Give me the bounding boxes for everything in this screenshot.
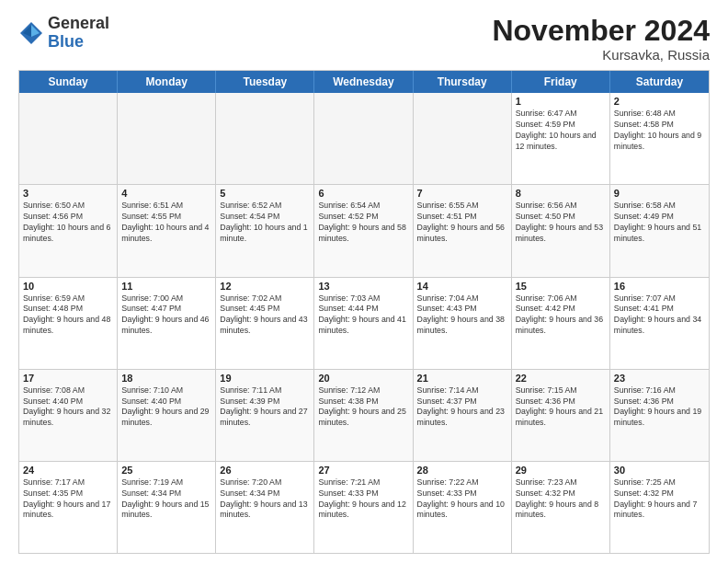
day-cell-10: 10Sunrise: 6:59 AM Sunset: 4:48 PM Dayli… xyxy=(19,278,118,369)
day-number: 16 xyxy=(614,281,705,292)
day-info: Sunrise: 6:51 AM Sunset: 4:55 PM Dayligh… xyxy=(121,201,211,245)
logo-blue-text: Blue xyxy=(48,33,109,52)
day-number: 15 xyxy=(516,281,606,292)
day-number: 1 xyxy=(516,96,606,107)
day-number: 4 xyxy=(121,188,211,199)
day-cell-28: 28Sunrise: 7:22 AM Sunset: 4:33 PM Dayli… xyxy=(414,462,512,553)
day-cell-26: 26Sunrise: 7:20 AM Sunset: 4:34 PM Dayli… xyxy=(216,462,314,553)
day-info: Sunrise: 7:04 AM Sunset: 4:43 PM Dayligh… xyxy=(417,293,507,338)
day-cell-empty xyxy=(314,93,413,184)
day-cell-15: 15Sunrise: 7:06 AM Sunset: 4:42 PM Dayli… xyxy=(512,278,610,369)
day-info: Sunrise: 7:21 AM Sunset: 4:33 PM Dayligh… xyxy=(318,477,408,522)
day-cell-17: 17Sunrise: 7:08 AM Sunset: 4:40 PM Dayli… xyxy=(19,370,118,461)
day-cell-5: 5Sunrise: 6:52 AM Sunset: 4:54 PM Daylig… xyxy=(216,185,314,276)
day-number: 12 xyxy=(220,281,310,292)
day-cell-27: 27Sunrise: 7:21 AM Sunset: 4:33 PM Dayli… xyxy=(314,462,413,553)
day-info: Sunrise: 6:58 AM Sunset: 4:49 PM Dayligh… xyxy=(614,201,705,245)
day-number: 25 xyxy=(121,465,211,476)
day-cell-11: 11Sunrise: 7:00 AM Sunset: 4:47 PM Dayli… xyxy=(118,278,216,369)
day-number: 26 xyxy=(220,465,310,476)
day-cell-25: 25Sunrise: 7:19 AM Sunset: 4:34 PM Dayli… xyxy=(118,462,216,553)
day-info: Sunrise: 7:02 AM Sunset: 4:45 PM Dayligh… xyxy=(220,293,310,338)
weekday-header-sunday: Sunday xyxy=(19,71,118,93)
day-info: Sunrise: 7:03 AM Sunset: 4:44 PM Dayligh… xyxy=(318,293,408,338)
day-cell-23: 23Sunrise: 7:16 AM Sunset: 4:36 PM Dayli… xyxy=(610,370,709,461)
day-number: 7 xyxy=(417,188,507,199)
day-cell-3: 3Sunrise: 6:50 AM Sunset: 4:56 PM Daylig… xyxy=(19,185,118,276)
day-number: 9 xyxy=(614,188,705,199)
day-number: 23 xyxy=(614,373,705,384)
day-info: Sunrise: 7:15 AM Sunset: 4:36 PM Dayligh… xyxy=(516,385,606,430)
calendar-header: SundayMondayTuesdayWednesdayThursdayFrid… xyxy=(19,71,709,93)
day-info: Sunrise: 6:54 AM Sunset: 4:52 PM Dayligh… xyxy=(318,201,408,245)
day-cell-7: 7Sunrise: 6:55 AM Sunset: 4:51 PM Daylig… xyxy=(414,185,512,276)
day-cell-1: 1Sunrise: 6:47 AM Sunset: 4:59 PM Daylig… xyxy=(512,93,610,184)
day-number: 14 xyxy=(417,281,507,292)
day-cell-empty xyxy=(118,93,216,184)
weekday-header-wednesday: Wednesday xyxy=(314,71,413,93)
day-number: 27 xyxy=(318,465,408,476)
calendar: SundayMondayTuesdayWednesdayThursdayFrid… xyxy=(18,70,710,554)
day-info: Sunrise: 6:47 AM Sunset: 4:59 PM Dayligh… xyxy=(516,109,606,153)
day-info: Sunrise: 7:11 AM Sunset: 4:39 PM Dayligh… xyxy=(220,385,310,430)
day-cell-22: 22Sunrise: 7:15 AM Sunset: 4:36 PM Dayli… xyxy=(512,370,610,461)
day-cell-13: 13Sunrise: 7:03 AM Sunset: 4:44 PM Dayli… xyxy=(314,278,413,369)
day-cell-14: 14Sunrise: 7:04 AM Sunset: 4:43 PM Dayli… xyxy=(414,278,512,369)
day-cell-20: 20Sunrise: 7:12 AM Sunset: 4:38 PM Dayli… xyxy=(314,370,413,461)
day-number: 19 xyxy=(220,373,310,384)
day-info: Sunrise: 7:00 AM Sunset: 4:47 PM Dayligh… xyxy=(121,293,211,338)
day-cell-21: 21Sunrise: 7:14 AM Sunset: 4:37 PM Dayli… xyxy=(414,370,512,461)
day-cell-12: 12Sunrise: 7:02 AM Sunset: 4:45 PM Dayli… xyxy=(216,278,314,369)
day-cell-24: 24Sunrise: 7:17 AM Sunset: 4:35 PM Dayli… xyxy=(19,462,118,553)
day-cell-empty xyxy=(216,93,314,184)
day-info: Sunrise: 7:23 AM Sunset: 4:32 PM Dayligh… xyxy=(516,477,606,522)
month-title: November 2024 xyxy=(492,15,710,47)
day-info: Sunrise: 7:12 AM Sunset: 4:38 PM Dayligh… xyxy=(318,385,408,430)
day-info: Sunrise: 6:50 AM Sunset: 4:56 PM Dayligh… xyxy=(23,201,113,245)
logo-text: General Blue xyxy=(48,15,109,52)
day-cell-16: 16Sunrise: 7:07 AM Sunset: 4:41 PM Dayli… xyxy=(610,278,709,369)
day-info: Sunrise: 7:25 AM Sunset: 4:32 PM Dayligh… xyxy=(614,477,705,522)
day-info: Sunrise: 6:52 AM Sunset: 4:54 PM Dayligh… xyxy=(220,201,310,245)
day-info: Sunrise: 7:06 AM Sunset: 4:42 PM Dayligh… xyxy=(516,293,606,338)
logo-general-text: General xyxy=(48,15,109,33)
weekday-header-tuesday: Tuesday xyxy=(216,71,314,93)
page: General Blue November 2024 Kursavka, Rus… xyxy=(0,0,728,563)
day-cell-4: 4Sunrise: 6:51 AM Sunset: 4:55 PM Daylig… xyxy=(118,185,216,276)
day-cell-19: 19Sunrise: 7:11 AM Sunset: 4:39 PM Dayli… xyxy=(216,370,314,461)
day-number: 6 xyxy=(318,188,408,199)
day-info: Sunrise: 6:56 AM Sunset: 4:50 PM Dayligh… xyxy=(516,201,606,245)
day-number: 22 xyxy=(516,373,606,384)
day-number: 2 xyxy=(614,96,705,107)
day-info: Sunrise: 7:10 AM Sunset: 4:40 PM Dayligh… xyxy=(121,385,211,430)
day-number: 21 xyxy=(417,373,507,384)
day-number: 20 xyxy=(318,373,408,384)
day-cell-8: 8Sunrise: 6:56 AM Sunset: 4:50 PM Daylig… xyxy=(512,185,610,276)
day-cell-empty xyxy=(414,93,512,184)
day-number: 3 xyxy=(23,188,113,199)
day-info: Sunrise: 7:07 AM Sunset: 4:41 PM Dayligh… xyxy=(614,293,705,338)
weekday-header-saturday: Saturday xyxy=(610,71,709,93)
day-number: 29 xyxy=(516,465,606,476)
day-info: Sunrise: 7:08 AM Sunset: 4:40 PM Dayligh… xyxy=(23,385,113,430)
day-cell-30: 30Sunrise: 7:25 AM Sunset: 4:32 PM Dayli… xyxy=(610,462,709,553)
day-number: 18 xyxy=(121,373,211,384)
header: General Blue November 2024 Kursavka, Rus… xyxy=(18,15,710,63)
day-number: 10 xyxy=(23,281,113,292)
day-cell-18: 18Sunrise: 7:10 AM Sunset: 4:40 PM Dayli… xyxy=(118,370,216,461)
day-number: 30 xyxy=(614,465,705,476)
day-info: Sunrise: 7:16 AM Sunset: 4:36 PM Dayligh… xyxy=(614,385,705,430)
day-cell-29: 29Sunrise: 7:23 AM Sunset: 4:32 PM Dayli… xyxy=(512,462,610,553)
day-info: Sunrise: 6:48 AM Sunset: 4:58 PM Dayligh… xyxy=(614,109,705,153)
day-number: 13 xyxy=(318,281,408,292)
day-cell-9: 9Sunrise: 6:58 AM Sunset: 4:49 PM Daylig… xyxy=(610,185,709,276)
calendar-week-5: 24Sunrise: 7:17 AM Sunset: 4:35 PM Dayli… xyxy=(19,462,709,553)
day-info: Sunrise: 7:17 AM Sunset: 4:35 PM Dayligh… xyxy=(23,477,113,522)
weekday-header-thursday: Thursday xyxy=(414,71,512,93)
day-number: 17 xyxy=(23,373,113,384)
title-block: November 2024 Kursavka, Russia xyxy=(492,15,710,63)
day-number: 5 xyxy=(220,188,310,199)
day-info: Sunrise: 6:55 AM Sunset: 4:51 PM Dayligh… xyxy=(417,201,507,245)
day-number: 28 xyxy=(417,465,507,476)
day-cell-6: 6Sunrise: 6:54 AM Sunset: 4:52 PM Daylig… xyxy=(314,185,413,276)
